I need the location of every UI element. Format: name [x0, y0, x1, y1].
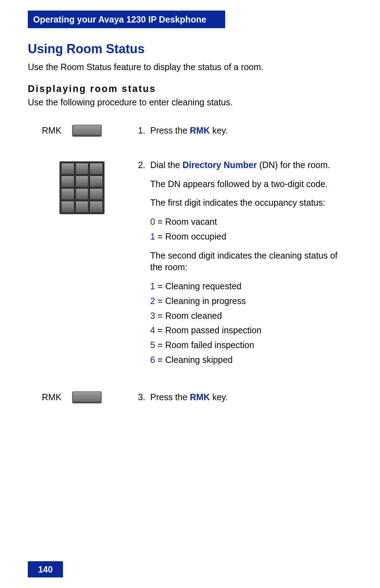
rmk-label: RMK [42, 391, 62, 402]
subsection-title: Displaying room status [28, 83, 352, 94]
keypad-icon [59, 161, 104, 214]
step-1-text: 1. Press the RMK key. [137, 125, 352, 138]
step-3-post: key. [210, 392, 228, 402]
occ0-num: 0 [150, 217, 155, 227]
keypad-key [61, 163, 74, 174]
keypad-key [90, 188, 103, 200]
c5-num: 5 [150, 340, 155, 350]
rmk-key-icon [72, 391, 102, 403]
step-number: 3. [137, 391, 145, 403]
step-2-text: 2. Dial the Directory Number (DN) for th… [137, 159, 352, 370]
rmk-key-icon [72, 125, 102, 137]
occ1-num: 1 [150, 231, 155, 241]
keypad-key [76, 201, 89, 212]
step-3-visual: RMK [28, 391, 137, 403]
step-3-text: 3. Press the RMK key. [137, 391, 352, 405]
step-1-pre: Press the [150, 125, 190, 135]
c2-num: 2 [150, 296, 155, 306]
step-1-post: key. [210, 125, 228, 135]
step-3-bold: RMK [190, 392, 210, 402]
occ0-txt: = Room vacant [155, 217, 217, 227]
step-2: 2. Dial the Directory Number (DN) for th… [28, 159, 352, 370]
c2-txt: = Cleaning in progress [155, 296, 246, 306]
s2-l1-bold: Directory Number [183, 160, 257, 170]
keypad-key [61, 176, 74, 187]
keypad-key [90, 201, 103, 212]
page-header: Operating your Avaya 1230 IP Deskphone [28, 11, 225, 28]
section-title: Using Room Status [28, 42, 352, 56]
c4-txt: = Room passed inspection [155, 325, 261, 335]
step-2-visual [28, 159, 137, 214]
c1-txt: = Cleaning requested [155, 281, 241, 291]
keypad-key [90, 176, 103, 187]
step-number: 2. [137, 159, 145, 369]
section-intro: Use the Room Status feature to display t… [28, 61, 352, 73]
c1-num: 1 [150, 281, 155, 291]
keypad-key [61, 201, 74, 212]
page-number-value: 140 [38, 564, 53, 575]
step-3-pre: Press the [150, 392, 190, 402]
c4-num: 4 [150, 325, 155, 335]
page-header-title: Operating your Avaya 1230 IP Deskphone [33, 14, 206, 25]
s2-l1-pre: Dial the [150, 160, 183, 170]
c5-txt: = Room failed inspection [155, 340, 254, 350]
keypad-key [61, 188, 74, 200]
rmk-label: RMK [42, 125, 62, 136]
s2-l1-post: (DN) for the room. [257, 160, 330, 170]
step-1-visual: RMK [28, 125, 137, 137]
page-content: Using Room Status Use the Room Status fe… [28, 42, 352, 404]
step-1: RMK 1. Press the RMK key. [28, 125, 352, 138]
c6-txt: = Cleaning skipped [155, 355, 233, 365]
keypad-key [76, 188, 89, 200]
c3-num: 3 [150, 311, 155, 321]
step-3: RMK 3. Press the RMK key. [28, 391, 352, 405]
subsection-intro: Use the following procedure to enter cle… [28, 97, 352, 108]
c3-txt: = Room cleaned [155, 311, 222, 321]
c6-num: 6 [150, 355, 155, 365]
s2-line2: The DN appears followed by a two-digit c… [150, 178, 352, 190]
step-1-bold: RMK [190, 125, 210, 135]
keypad-key [76, 176, 89, 187]
page-number: 140 [28, 561, 63, 577]
step-number: 1. [137, 125, 145, 137]
s2-line4: The second digit indicates the cleaning … [150, 250, 352, 274]
keypad-key [76, 163, 89, 174]
keypad-key [90, 163, 103, 174]
s2-line3: The first digit indicates the occupancy … [150, 197, 352, 209]
occ1-txt: = Room occupied [155, 231, 226, 241]
